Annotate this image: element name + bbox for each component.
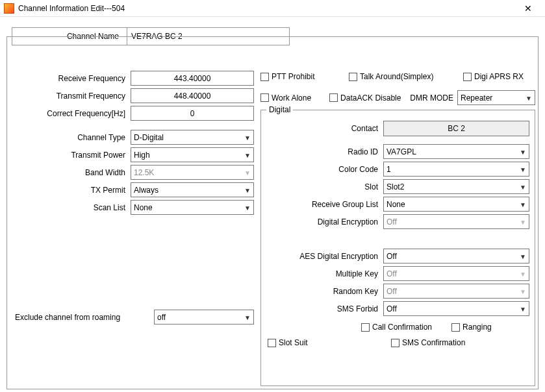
ptt-prohibit-checkbox[interactable]: PTT Prohibit — [260, 72, 345, 81]
tx-power-value: High — [134, 151, 150, 160]
tx-power-select[interactable]: High▼ — [131, 147, 254, 162]
rx-freq-input[interactable]: 443.40000 — [131, 71, 254, 86]
tx-permit-select[interactable]: Always▼ — [131, 182, 254, 197]
dmr-mode-label: DMR MODE — [410, 93, 453, 103]
ptt-prohibit-label: PTT Prohibit — [272, 72, 314, 81]
chevron-down-icon: ▼ — [526, 94, 532, 101]
color-code-select[interactable]: 1▼ — [383, 162, 529, 177]
checkbox-icon — [349, 73, 357, 81]
corr-freq-label: Correct Frequency[Hz] — [7, 109, 131, 118]
chevron-down-icon: ▼ — [520, 148, 526, 155]
ch-type-value: D-Digital — [134, 133, 164, 142]
dataack-disable-checkbox[interactable]: DataACK Disable — [329, 93, 406, 103]
slot-label: Slot — [266, 182, 383, 191]
titlebar: Channel Information Edit---504 ✕ — [0, 0, 545, 17]
slot-suit-label: Slot Suit — [279, 338, 308, 347]
chevron-down-icon: ▼ — [244, 313, 251, 321]
exclude-select[interactable]: off▼ — [154, 310, 254, 325]
digi-aprs-rx-label: Digi APRS RX — [474, 72, 524, 81]
dmr-mode-value: Repeater — [461, 93, 492, 103]
tx-permit-value: Always — [134, 186, 158, 195]
multi-key-select: Off▼ — [383, 266, 529, 281]
checkbox-icon — [361, 323, 370, 332]
contact-button[interactable]: BC 2 — [383, 121, 529, 136]
slot-value: Slot2 — [387, 182, 404, 191]
corr-freq-input[interactable]: 0 — [131, 106, 254, 121]
random-key-value: Off — [387, 287, 397, 296]
checkbox-icon — [260, 73, 269, 81]
chevron-down-icon: ▼ — [244, 204, 251, 211]
chevron-down-icon: ▼ — [520, 201, 526, 208]
radio-id-label: Radio ID — [266, 147, 383, 156]
rx-group-label: Receive Group List — [266, 200, 383, 209]
checkbox-icon — [260, 93, 269, 102]
dig-enc-value: Off — [387, 217, 397, 227]
dataack-disable-label: DataACK Disable — [340, 93, 401, 103]
ranging-checkbox[interactable]: Ranging — [451, 323, 492, 332]
main-panel: Receive Frequency 443.40000 Transmit Fre… — [6, 36, 539, 389]
flag-row-1: PTT Prohibit Talk Around(Simplex) Digi A… — [260, 72, 535, 81]
tx-freq-value: 448.40000 — [174, 92, 211, 101]
radio-id-value: VA7GPL — [387, 147, 416, 156]
corr-freq-value: 0 — [190, 109, 195, 118]
dig-enc-select: Off▼ — [383, 214, 529, 229]
aes-enc-label: AES Digital Encryption — [266, 252, 383, 261]
scan-list-select[interactable]: None▼ — [131, 200, 254, 215]
slot-select[interactable]: Slot2▼ — [383, 179, 529, 194]
rx-group-value: None — [387, 200, 405, 209]
bw-select: 12.5K▼ — [131, 165, 254, 180]
tx-freq-input[interactable]: 448.40000 — [131, 88, 254, 103]
chevron-down-icon: ▼ — [520, 183, 526, 190]
left-column: Receive Frequency 443.40000 Transmit Fre… — [7, 71, 258, 217]
call-confirmation-checkbox[interactable]: Call Confirmation — [361, 323, 432, 332]
chevron-down-icon: ▼ — [520, 252, 526, 260]
chevron-down-icon: ▼ — [520, 305, 526, 312]
ch-type-select[interactable]: D-Digital▼ — [131, 130, 254, 145]
dmr-mode-select[interactable]: Repeater▼ — [457, 90, 535, 105]
app-icon — [4, 3, 14, 14]
work-alone-checkbox[interactable]: Work Alone — [260, 93, 325, 103]
checkbox-icon — [391, 339, 399, 347]
rx-freq-label: Receive Frequency — [7, 74, 131, 83]
talk-around-label: Talk Around(Simplex) — [360, 72, 433, 81]
random-key-label: Random Key — [266, 287, 383, 296]
digital-legend: Digital — [266, 105, 293, 114]
exclude-label: Exclude channel from roaming — [7, 313, 154, 322]
chevron-down-icon: ▼ — [520, 218, 526, 225]
digi-aprs-rx-checkbox[interactable]: Digi APRS RX — [463, 72, 524, 81]
close-icon: ✕ — [524, 3, 532, 14]
digital-flag-row-2: Slot Suit SMS Confirmation — [266, 338, 529, 347]
work-alone-label: Work Alone — [272, 93, 311, 103]
chevron-down-icon: ▼ — [244, 169, 251, 176]
chevron-down-icon: ▼ — [244, 151, 251, 158]
talk-around-checkbox[interactable]: Talk Around(Simplex) — [349, 72, 459, 81]
sms-confirmation-label: SMS Confirmation — [402, 338, 465, 347]
color-code-label: Color Code — [266, 165, 383, 174]
dmr-mode-group: DMR MODE Repeater▼ — [410, 90, 535, 105]
window-title: Channel Information Edit---504 — [18, 4, 515, 13]
multi-key-label: Multiple Key — [266, 269, 383, 278]
dig-enc-label: Digital Encryption — [266, 217, 383, 227]
sms-forbid-label: SMS Forbid — [266, 304, 383, 313]
ranging-label: Ranging — [463, 323, 492, 332]
digital-fieldset: Digital Contact BC 2 Radio ID VA7GPL▼ Co… — [260, 110, 535, 386]
exclude-value: off — [157, 313, 166, 322]
contact-label: Contact — [266, 124, 383, 133]
checkbox-icon — [451, 323, 460, 332]
rx-group-select[interactable]: None▼ — [383, 197, 529, 212]
sms-forbid-select[interactable]: Off▼ — [383, 301, 529, 316]
radio-id-select[interactable]: VA7GPL▼ — [383, 144, 529, 159]
checkbox-icon — [463, 73, 472, 81]
aes-enc-select[interactable]: Off▼ — [383, 249, 529, 263]
chevron-down-icon: ▼ — [520, 165, 526, 173]
sms-confirmation-checkbox[interactable]: SMS Confirmation — [391, 338, 465, 347]
close-button[interactable]: ✕ — [515, 1, 541, 16]
aes-enc-value: Off — [387, 252, 397, 261]
ch-type-label: Channel Type — [7, 133, 131, 142]
color-code-value: 1 — [387, 165, 391, 174]
chevron-down-icon: ▼ — [520, 288, 526, 295]
bw-value: 12.5K — [134, 168, 154, 177]
chevron-down-icon: ▼ — [244, 134, 251, 141]
slot-suit-checkbox[interactable]: Slot Suit — [268, 338, 359, 347]
bw-label: Band Width — [7, 168, 131, 177]
